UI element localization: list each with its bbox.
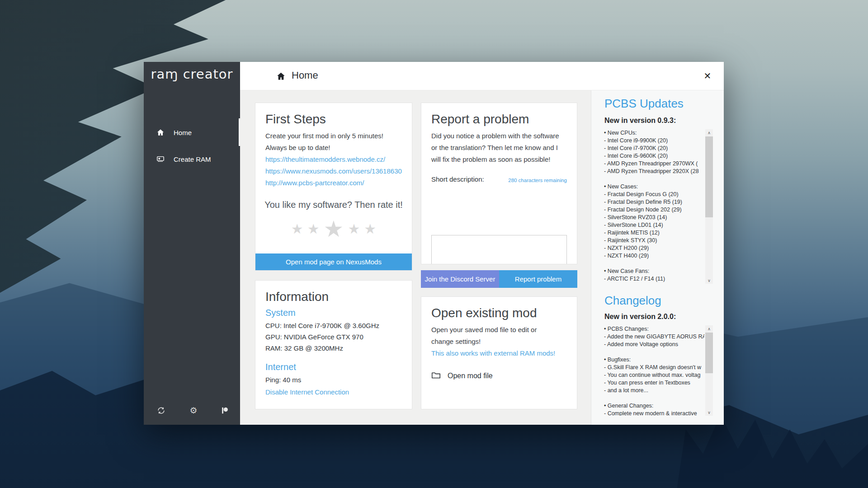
card-title: Information <box>265 290 402 304</box>
folder-icon <box>431 371 441 381</box>
sidebar-item-label: Create RAM <box>174 155 211 163</box>
sidebar-item-home[interactable]: Home <box>144 122 240 143</box>
open-mod-file-label: Open mod file <box>448 372 493 380</box>
refresh-icon[interactable] <box>156 405 166 416</box>
changelog-list-line: - Added the new GIGABYTE AORUS RA <box>604 333 704 341</box>
first-steps-card: First Steps Create your first mod in onl… <box>255 103 412 271</box>
ram-info: RAM: 32 GB @ 3200MHz <box>265 343 402 354</box>
open-mod-file-button[interactable]: Open mod file <box>431 371 567 381</box>
link-nexusmods-profile[interactable]: https://www.nexusmods.com/users/13618630 <box>265 165 402 177</box>
disable-internet-link[interactable]: Disable Internet Connection <box>265 386 402 398</box>
update-list-line: - Intel Core i9-9900K (20) <box>604 137 704 145</box>
card-title: Report a problem <box>431 112 567 127</box>
changelog-version-label: New in version 2.0.0: <box>604 313 676 321</box>
chevron-down-icon[interactable]: ∨ <box>705 277 713 284</box>
pcbs-updates-list: • New CPUs:- Intel Core i9-9900K (20)- I… <box>603 129 713 284</box>
system-subheading: System <box>265 308 402 318</box>
update-list-line: - NZXT H400 (29) <box>604 252 704 260</box>
home-icon <box>156 128 165 136</box>
scrollbar-thumb[interactable] <box>705 136 713 217</box>
sidebar-toolbar: ⚙ <box>144 405 240 418</box>
changelog-list-line: • General Changes: <box>604 402 704 410</box>
app-logo: raɱ creator <box>144 66 240 82</box>
update-list-line: - Intel Core i7-9700K (20) <box>604 145 704 152</box>
characters-remaining: 280 characters remaining <box>508 178 567 183</box>
update-list-line: - SilverStone LD01 (14) <box>604 221 704 229</box>
information-card: Information System CPU: Intel Core i7-97… <box>255 280 412 409</box>
update-list-line: - ARCTIC F12 / F14 (11) <box>604 275 704 283</box>
rate-prompt: You like my software? Then rate it! <box>255 200 412 210</box>
updates-panel: PCBS Updates New in version 0.9.3: • New… <box>591 90 724 425</box>
sidebar-item-label: Home <box>174 129 192 136</box>
changelog-list-line: • Bugfixes: <box>604 356 704 364</box>
scrollbar-thumb[interactable] <box>705 333 713 373</box>
pcbs-version-label: New in version 0.9.3: <box>604 117 676 125</box>
page-title: Home <box>292 70 318 81</box>
star-icon[interactable]: ★ <box>324 218 344 240</box>
changelog-list-line: - G.Skill Flare X RAM design doesn't w <box>604 364 704 371</box>
ram-chip-icon <box>156 155 165 163</box>
update-list-line: - Raijintek STYX (30) <box>604 237 704 244</box>
star-icon[interactable]: ★ <box>364 222 376 236</box>
updates-scrollbar[interactable]: ∧ ∨ <box>705 129 713 284</box>
update-list-line: - Raijintek METIS (12) <box>604 229 704 237</box>
sidebar: raɱ creator Home Create RAM <box>144 62 240 425</box>
changelog-heading: Changelog <box>604 294 661 308</box>
report-buttons: Join the Discord Server Report problem <box>421 270 577 288</box>
update-list-line: • New Cases: <box>604 183 704 191</box>
star-icon[interactable]: ★ <box>291 222 303 236</box>
short-description-label: Short description: <box>431 175 484 183</box>
short-description-row: Short description: 280 characters remain… <box>431 175 567 183</box>
update-list-line: • New Case Fans: <box>604 267 704 275</box>
join-discord-button[interactable]: Join the Discord Server <box>421 270 499 288</box>
main-content: First Steps Create your first mod in onl… <box>240 90 724 425</box>
report-problem-card: Report a problem Did you notice a proble… <box>421 103 577 264</box>
changelog-list-line: - You can press enter in Textboxes <box>604 379 704 387</box>
close-icon[interactable]: ✕ <box>701 70 714 82</box>
update-list-line <box>604 260 704 267</box>
card-title: First Steps <box>265 112 402 127</box>
chevron-up-icon[interactable]: ∧ <box>705 325 713 332</box>
changelog-scrollbar[interactable]: ∧ ∨ <box>705 325 713 416</box>
changelog-list-line: • PCBS Changes: <box>604 325 704 333</box>
title-bar: Home ✕ <box>240 62 724 90</box>
update-list-line: - Fractal Design Node 202 (29) <box>604 206 704 214</box>
report-problem-button[interactable]: Report problem <box>499 270 577 288</box>
short-description-wrap: Add File <box>431 235 567 264</box>
link-theultimatemodders[interactable]: https://theultimatemodders.webnode.cz/ <box>265 154 402 165</box>
ping-info: Ping: 40 ms <box>265 374 402 385</box>
update-list-line: • New CPUs: <box>604 129 704 137</box>
update-list-line: - Fractal Design Focus G (20) <box>604 191 704 198</box>
chevron-up-icon[interactable]: ∧ <box>705 129 713 136</box>
sidebar-item-create-ram[interactable]: Create RAM <box>144 148 240 170</box>
report-text: will fix the problem as soon as possible… <box>431 154 567 165</box>
open-mod-text: change settings! <box>431 336 567 347</box>
chevron-down-icon[interactable]: ∨ <box>705 409 713 416</box>
update-list-line <box>604 175 704 183</box>
external-ram-mods-link[interactable]: This also works with external RAM mods! <box>431 347 567 359</box>
first-steps-text: Create your first mod in only 5 minutes! <box>265 130 402 142</box>
gpu-info: GPU: NVIDIA GeForce GTX 970 <box>265 331 402 343</box>
changelog-list-line: - Complete new modern & interactive <box>604 410 704 416</box>
update-list-line: - NZXT H200 (29) <box>604 244 704 252</box>
card-title: Open existing mod <box>431 306 567 320</box>
open-existing-mod-card: Open existing mod Open your saved mod fi… <box>421 296 577 409</box>
first-steps-text: Always be up to date! <box>265 142 402 154</box>
update-list-line: - Fractal Design Define R5 (19) <box>604 198 704 206</box>
cpu-info: CPU: Intel Core i7-9700K @ 3.60GHz <box>265 320 402 331</box>
open-nexusmods-button[interactable]: Open mod page on NexusMods <box>255 253 412 270</box>
rating-stars: ★ ★ ★ ★ ★ <box>255 215 412 244</box>
changelog-list-line: - and a lot more... <box>604 387 704 394</box>
star-icon[interactable]: ★ <box>307 222 320 236</box>
open-mod-text: Open your saved mod file to edit or <box>431 324 567 336</box>
link-pcbs-partcreator[interactable]: http://www.pcbs-partcreator.com/ <box>265 177 402 189</box>
changelog-list: • PCBS Changes:- Added the new GIGABYTE … <box>603 325 713 416</box>
short-description-input[interactable] <box>431 235 567 264</box>
patreon-icon[interactable] <box>219 405 230 416</box>
gear-icon[interactable]: ⚙ <box>188 405 199 416</box>
internet-subheading: Internet <box>265 362 402 372</box>
update-list-line: - Intel Core i5-9600K (20) <box>604 152 704 160</box>
home-icon <box>276 71 286 81</box>
star-icon[interactable]: ★ <box>348 222 360 236</box>
pcbs-updates-heading: PCBS Updates <box>604 97 684 111</box>
